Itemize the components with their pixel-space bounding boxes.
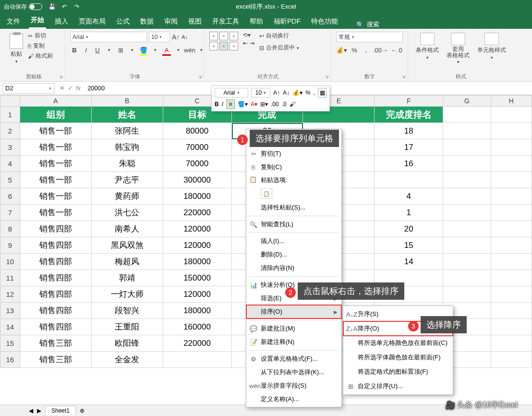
cell[interactable]: 220000 xyxy=(163,205,232,221)
sheet-nav-prev[interactable]: ◀ xyxy=(29,407,33,414)
header-cell[interactable]: 完成度排名 xyxy=(375,107,443,123)
cell[interactable] xyxy=(491,319,532,335)
cell[interactable]: 300000 xyxy=(163,172,232,188)
conditional-format-button[interactable]: 条件格式▾ xyxy=(413,32,442,65)
cell[interactable] xyxy=(491,123,532,139)
search-box[interactable]: 🔍 搜索 xyxy=(356,20,379,29)
cell[interactable]: 120000 xyxy=(163,286,232,303)
col-header-A[interactable]: A xyxy=(20,95,92,107)
paste-option-1[interactable]: 📋 xyxy=(261,188,272,199)
mini-bold-icon[interactable]: B xyxy=(215,99,219,109)
name-box[interactable]: D2 ▾ xyxy=(2,83,55,94)
cell[interactable]: 销售四部 xyxy=(20,221,92,237)
menu-format-cells[interactable]: ⚙设置单元格格式(F)... xyxy=(246,352,341,366)
tab-dev[interactable]: 开发工具 xyxy=(210,14,241,29)
cell[interactable] xyxy=(443,139,491,156)
cell[interactable]: 张阿生 xyxy=(92,123,163,139)
row-header[interactable]: 5 xyxy=(0,172,20,188)
underline-button[interactable]: U xyxy=(93,45,102,55)
cell[interactable]: 销售四部 xyxy=(20,254,92,270)
cell[interactable] xyxy=(491,286,532,303)
row-header[interactable]: 1 xyxy=(0,107,20,123)
tab-formulas[interactable]: 公式 xyxy=(114,14,132,29)
menu-new-note[interactable]: 📝新建注释(N) xyxy=(246,335,341,349)
header-cell[interactable]: 姓名 xyxy=(92,107,163,123)
cell[interactable] xyxy=(491,172,532,188)
undo-icon[interactable]: ↶ xyxy=(60,3,68,11)
tab-file[interactable]: 文件 xyxy=(5,14,22,29)
cell[interactable]: 销售一部 xyxy=(20,156,92,172)
decrease-decimal-icon[interactable]: ←.0 xyxy=(391,45,402,55)
mini-decrease-font-icon[interactable]: A↓ xyxy=(283,88,290,98)
add-sheet-button[interactable]: ⊕ xyxy=(80,407,85,414)
mini-size-combo[interactable]: 10▾ xyxy=(251,88,270,98)
cell[interactable] xyxy=(375,172,443,188)
cell[interactable] xyxy=(443,221,491,237)
cell[interactable]: 段智兴 xyxy=(92,303,163,319)
mini-font-color-icon[interactable]: A▾ xyxy=(251,99,257,109)
tab-review[interactable]: 审阅 xyxy=(162,14,180,29)
menu-copy[interactable]: ⎘复制(C) xyxy=(246,160,341,174)
redo-icon[interactable]: ↷ xyxy=(73,3,81,11)
sheet-nav-next[interactable]: ▶ xyxy=(37,407,41,414)
row-header[interactable]: 16 xyxy=(0,352,20,368)
row-header[interactable]: 6 xyxy=(0,188,20,205)
cell[interactable] xyxy=(443,286,491,303)
cell[interactable]: 220000 xyxy=(163,335,232,352)
menu-show-pinyin[interactable]: wén显示拼音字段(S) xyxy=(246,379,341,392)
tab-foxit[interactable]: 福昕PDF xyxy=(272,14,302,29)
tab-layout[interactable]: 页面布局 xyxy=(77,14,108,29)
clipboard-launcher[interactable]: ⇲ xyxy=(59,74,63,79)
cell[interactable] xyxy=(443,188,491,205)
cell[interactable]: 黑风双煞 xyxy=(92,237,163,254)
menu-sort[interactable]: 排序(O)▶ xyxy=(246,305,341,318)
cell[interactable]: 17 xyxy=(375,139,443,156)
mini-font-combo[interactable]: Arial▾ xyxy=(215,88,248,98)
submenu-font-color[interactable]: 将所选字体颜色放在最前面(F) xyxy=(343,350,453,365)
row-header[interactable]: 9 xyxy=(0,237,20,254)
menu-pick-list[interactable]: 从下拉列表中选择(K)... xyxy=(246,366,341,379)
cell[interactable]: 120000 xyxy=(163,237,232,254)
tab-home[interactable]: 开始 xyxy=(29,13,46,29)
cell[interactable] xyxy=(443,237,491,254)
menu-smart-lookup[interactable]: 🔍智能查找(L) xyxy=(246,218,341,231)
format-painter-button[interactable]: 🖌格式刷 xyxy=(28,52,53,60)
cell[interactable]: 80000 xyxy=(163,123,232,139)
italic-button[interactable]: I xyxy=(82,45,90,55)
orientation-button[interactable]: ⟲▾ xyxy=(243,32,254,38)
cell[interactable]: 4 xyxy=(375,188,443,205)
cell[interactable] xyxy=(491,139,532,156)
decrease-font-icon[interactable]: A↓ xyxy=(181,34,188,40)
increase-font-icon[interactable]: A↑ xyxy=(172,33,180,41)
mini-fill-icon[interactable]: 🪣▾ xyxy=(238,99,248,109)
cell[interactable]: 120000 xyxy=(163,221,232,237)
cell[interactable] xyxy=(491,254,532,270)
cell[interactable] xyxy=(491,237,532,254)
cell[interactable]: 一灯大师 xyxy=(92,286,163,303)
cell[interactable]: 南希人 xyxy=(92,221,163,237)
font-size-combo[interactable]: 10▾ xyxy=(149,32,170,42)
cell[interactable]: 销售一部 xyxy=(20,188,92,205)
row-header[interactable]: 2 xyxy=(0,123,20,139)
cell[interactable]: 销售四部 xyxy=(20,270,92,286)
cell[interactable]: 70000 xyxy=(163,156,232,172)
wrap-text-button[interactable]: ↩自动换行 xyxy=(259,32,299,40)
submenu-custom[interactable]: ⊞自定义排序(U)... xyxy=(343,379,453,393)
cell[interactable]: 14 xyxy=(375,254,443,270)
row-header[interactable]: 11 xyxy=(0,270,20,286)
col-header-F[interactable]: F xyxy=(375,95,443,107)
enter-formula-icon[interactable]: ✓ xyxy=(68,85,73,92)
row-header[interactable]: 12 xyxy=(0,286,20,303)
font-color-button[interactable]: A xyxy=(162,45,171,55)
save-icon[interactable]: 💾 xyxy=(48,3,56,11)
menu-insert[interactable]: 插入(I)... xyxy=(246,234,341,248)
menu-cut[interactable]: ✂剪切(T) xyxy=(246,147,341,160)
alignment-buttons[interactable]: ≡≡≡≡≡≡ xyxy=(209,32,238,50)
font-name-combo[interactable]: Arial▾ xyxy=(70,32,147,42)
mini-format-painter-icon[interactable]: 🖌 xyxy=(290,99,295,109)
cell[interactable] xyxy=(443,205,491,221)
cell[interactable]: 王重阳 xyxy=(92,319,163,335)
currency-button[interactable]: 💰▾ xyxy=(336,45,347,55)
row-header[interactable]: 13 xyxy=(0,303,20,319)
cell[interactable]: 1 xyxy=(375,205,443,221)
